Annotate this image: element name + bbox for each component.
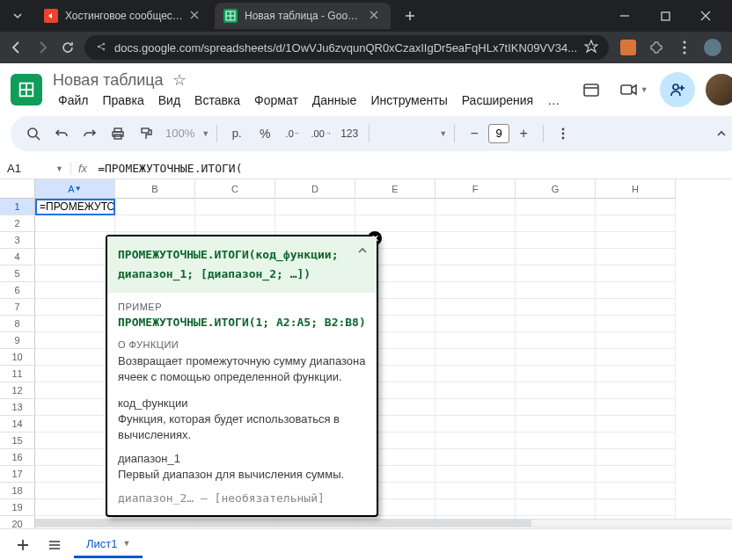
formula-input[interactable]: =ПРОМЕЖУТОЧНЫЕ.ИТОГИ(	[94, 162, 732, 175]
extension-icon[interactable]	[619, 39, 637, 56]
cell[interactable]	[516, 382, 596, 399]
cell[interactable]	[516, 366, 596, 382]
zoom-select[interactable]: 100%	[162, 127, 198, 140]
menu-tools[interactable]: Инструменты	[365, 91, 452, 109]
cell[interactable]	[436, 499, 516, 516]
cell[interactable]	[516, 399, 596, 416]
row-header[interactable]: 1	[0, 199, 35, 215]
paint-format-button[interactable]	[134, 121, 158, 146]
close-icon[interactable]	[370, 10, 382, 22]
cell[interactable]	[35, 232, 115, 249]
back-button[interactable]	[7, 35, 26, 60]
search-menus-button[interactable]	[21, 121, 46, 146]
print-button[interactable]	[106, 121, 130, 146]
row-header[interactable]: 18	[0, 483, 35, 499]
cell[interactable]	[436, 449, 516, 466]
column-header[interactable]: F	[436, 179, 516, 199]
column-header[interactable]: C	[195, 179, 275, 199]
reload-button[interactable]	[59, 35, 77, 60]
cell[interactable]	[596, 433, 676, 449]
cell[interactable]	[516, 483, 596, 499]
row-header[interactable]: 15	[0, 433, 35, 449]
cell[interactable]	[35, 299, 115, 316]
cell[interactable]	[596, 199, 676, 215]
cell[interactable]	[436, 249, 516, 265]
cell[interactable]	[596, 449, 676, 466]
cell[interactable]	[596, 215, 676, 232]
sheet-tab-active[interactable]: Лист1▼	[74, 532, 143, 558]
currency-button[interactable]: р.	[224, 121, 249, 146]
menu-data[interactable]: Данные	[307, 91, 362, 109]
cell[interactable]	[516, 265, 596, 282]
number-format-button[interactable]: 123	[337, 121, 362, 146]
decrease-decimal-button[interactable]: .0←	[281, 121, 305, 146]
row-header[interactable]: 2	[0, 215, 35, 232]
cell[interactable]	[436, 382, 516, 399]
cell[interactable]	[35, 416, 115, 433]
menu-insert[interactable]: Вставка	[189, 91, 245, 109]
meet-button[interactable]: ▼	[618, 74, 649, 105]
browser-menu-icon[interactable]	[676, 39, 693, 56]
cell[interactable]	[436, 232, 516, 249]
site-info-icon[interactable]	[95, 40, 107, 55]
extensions-menu-icon[interactable]	[648, 39, 665, 56]
cell[interactable]	[35, 349, 115, 366]
add-sheet-button[interactable]	[11, 533, 35, 557]
undo-button[interactable]	[49, 121, 74, 146]
row-header[interactable]: 5	[0, 265, 35, 282]
cell[interactable]	[516, 199, 596, 215]
font-select[interactable]: ▼	[377, 121, 447, 146]
column-header[interactable]: D	[275, 179, 355, 199]
share-button[interactable]	[660, 72, 695, 107]
bookmark-icon[interactable]	[584, 40, 598, 56]
cell[interactable]	[596, 483, 676, 499]
row-header[interactable]: 11	[0, 366, 35, 382]
cell[interactable]	[516, 249, 596, 265]
cell[interactable]	[436, 483, 516, 499]
cell[interactable]	[516, 299, 596, 316]
cell[interactable]	[516, 466, 596, 483]
browser-tab-0[interactable]: Хостинговое сообщество «Tim	[35, 3, 211, 29]
history-button[interactable]	[575, 74, 607, 105]
menu-extensions[interactable]: Расширения	[457, 91, 538, 109]
cell[interactable]	[35, 483, 115, 499]
cell[interactable]	[596, 282, 676, 299]
increase-font-button[interactable]: +	[511, 121, 536, 146]
menu-view[interactable]: Вид	[153, 91, 186, 109]
collapse-toolbar-button[interactable]	[709, 121, 732, 146]
cell[interactable]	[35, 249, 115, 265]
cell[interactable]	[436, 349, 516, 366]
cell[interactable]	[596, 349, 676, 366]
cell[interactable]	[35, 499, 115, 516]
row-header[interactable]: 3	[0, 232, 35, 249]
close-icon[interactable]	[190, 10, 202, 22]
cell[interactable]	[35, 399, 115, 416]
row-header[interactable]: 7	[0, 299, 35, 316]
minimize-button[interactable]	[612, 4, 637, 28]
cell[interactable]	[516, 416, 596, 433]
row-header[interactable]: 10	[0, 349, 35, 366]
forward-button[interactable]	[33, 35, 51, 60]
cell[interactable]	[436, 366, 516, 382]
cell[interactable]	[35, 382, 115, 399]
cell[interactable]	[596, 466, 676, 483]
cell[interactable]	[35, 449, 115, 466]
cell[interactable]	[35, 215, 115, 232]
cell[interactable]	[115, 215, 195, 232]
row-header[interactable]: 6	[0, 282, 35, 299]
row-header[interactable]: 19	[0, 499, 35, 516]
cell[interactable]	[436, 299, 516, 316]
close-window-button[interactable]	[693, 4, 718, 28]
row-header[interactable]: 8	[0, 316, 35, 332]
column-header[interactable]: H	[596, 179, 676, 199]
row-header[interactable]: 9	[0, 332, 35, 349]
cell[interactable]	[275, 215, 355, 232]
font-size-input[interactable]	[488, 124, 509, 143]
browser-tab-1[interactable]: Новая таблица - Google Табли	[215, 3, 391, 29]
cell[interactable]	[35, 265, 115, 282]
menu-format[interactable]: Формат	[249, 91, 304, 109]
maximize-button[interactable]	[653, 4, 677, 28]
cell[interactable]	[516, 499, 596, 516]
cell[interactable]	[596, 299, 676, 316]
cell[interactable]	[596, 399, 676, 416]
